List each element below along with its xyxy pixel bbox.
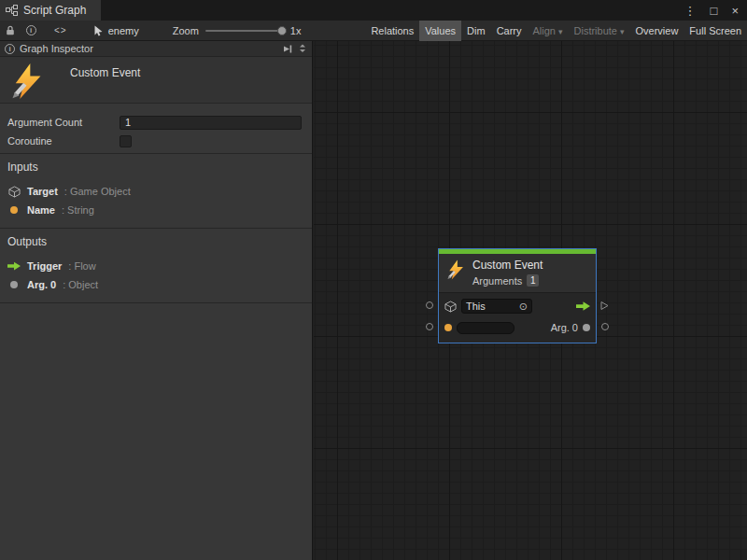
port-row-trigger: Trigger : Flow	[7, 257, 304, 275]
script-graph-window: Script Graph ⋮ □ × i <> enemy Zoom	[0, 0, 747, 560]
chevron-down-icon: ▾	[620, 27, 625, 36]
code-view-button[interactable]: <>	[54, 25, 67, 35]
info-icon: i	[5, 44, 15, 54]
port-name: Target	[27, 186, 58, 197]
unit-fields: Argument Count Coroutine	[0, 104, 312, 153]
zoom-value: 1x	[290, 25, 302, 36]
close-icon[interactable]: ×	[731, 4, 739, 18]
cube-icon	[8, 186, 21, 198]
object-port-icon	[583, 324, 590, 331]
custom-event-node[interactable]: Custom Event Arguments 1 This ⊙	[439, 249, 596, 343]
separator	[0, 302, 312, 303]
argument-count-label: Argument Count	[7, 117, 120, 128]
zoom-slider-knob[interactable]	[277, 26, 287, 35]
unit-title: Custom Event	[70, 66, 140, 79]
port-name: Name	[27, 204, 55, 216]
inputs-section: Inputs Target : Game Object Name : Strin…	[0, 154, 312, 228]
maximize-icon[interactable]: □	[711, 4, 718, 18]
inspector-toggle-button[interactable]: i	[21, 25, 41, 35]
titlebar: Script Graph ⋮ □ ×	[0, 0, 747, 21]
port-type: : String	[62, 204, 94, 216]
coroutine-label: Coroutine	[7, 135, 120, 147]
node-row-target: This ⊙	[444, 298, 590, 315]
port-type: : Flow	[68, 260, 95, 272]
overview-button[interactable]: Overview	[630, 21, 684, 41]
graph-name: enemy	[108, 25, 139, 36]
inspector-title: Graph Inspector	[20, 43, 93, 54]
string-port-icon	[444, 324, 452, 331]
node-row-name: Arg. 0	[444, 319, 590, 336]
tab-script-graph[interactable]: Script Graph	[0, 0, 101, 21]
name-input-port[interactable]	[426, 323, 433, 330]
unit-header: Custom Event	[0, 57, 312, 104]
values-button[interactable]: Values	[419, 21, 461, 41]
distribute-label: Distribute	[574, 25, 617, 36]
dim-button[interactable]: Dim	[461, 21, 491, 41]
node-body: This ⊙ Arg. 0	[439, 292, 596, 343]
zoom-control: Zoom 1x	[173, 25, 302, 36]
trigger-output-port[interactable]	[600, 301, 609, 311]
lock-button[interactable]	[0, 25, 21, 35]
node-title: Custom Event	[472, 259, 543, 272]
outputs-title: Outputs	[7, 235, 304, 248]
event-name-input[interactable]	[457, 322, 514, 334]
target-dropdown[interactable]: This ⊙	[461, 299, 532, 314]
target-value: This	[466, 301, 486, 312]
lock-icon	[6, 25, 15, 35]
full-screen-button[interactable]: Full Screen	[684, 21, 747, 41]
script-graph-icon	[6, 5, 18, 16]
flow-arrow-icon	[576, 301, 590, 311]
arg0-label: Arg. 0	[551, 322, 578, 333]
menu-icon[interactable]: ⋮	[684, 4, 697, 18]
outputs-section: Outputs Trigger : Flow Arg. 0 : Object	[0, 229, 312, 302]
arguments-label: Arguments	[472, 275, 522, 287]
distribute-button[interactable]: Distribute▾	[569, 21, 630, 41]
node-header[interactable]: Custom Event Arguments 1	[439, 254, 596, 292]
string-port-icon	[10, 206, 18, 214]
graph-canvas[interactable]: Custom Event Arguments 1 This ⊙	[314, 41, 747, 560]
zoom-slider[interactable]	[205, 30, 284, 32]
align-label: Align	[533, 25, 556, 36]
toolbar-buttons: Relations Values Dim Carry Align▾ Distri…	[365, 21, 747, 40]
port-row-name: Name : String	[7, 201, 304, 219]
scroll-stepper-icon[interactable]	[298, 43, 307, 54]
inspector-header: i Graph Inspector	[0, 41, 312, 57]
window-controls: ⋮ □ ×	[684, 4, 747, 18]
cube-icon	[444, 301, 457, 313]
info-icon: i	[26, 25, 36, 35]
arguments-count-field[interactable]: 1	[527, 274, 539, 287]
graph-breadcrumb[interactable]: enemy	[93, 25, 139, 36]
target-input-port[interactable]	[426, 301, 433, 309]
port-row-target: Target : Game Object	[7, 182, 304, 201]
port-name: Arg. 0	[27, 279, 56, 290]
port-name: Trigger	[27, 260, 62, 272]
flow-arrow-icon	[7, 261, 21, 271]
arg0-output-port[interactable]	[601, 323, 609, 330]
carry-button[interactable]: Carry	[491, 21, 528, 41]
custom-event-icon	[8, 63, 46, 100]
argument-count-input[interactable]	[120, 116, 302, 130]
graph-pointer-icon	[93, 25, 104, 36]
tab-title: Script Graph	[23, 4, 86, 17]
chevron-down-icon: ▾	[558, 27, 563, 36]
zoom-label: Zoom	[173, 25, 199, 36]
object-port-icon	[10, 281, 18, 288]
port-type: : Object	[63, 279, 98, 290]
graph-inspector-panel: i Graph Inspector	[0, 41, 313, 560]
port-type: : Game Object	[64, 186, 131, 197]
custom-event-icon	[445, 259, 466, 281]
inputs-title: Inputs	[7, 161, 304, 174]
align-button[interactable]: Align▾	[528, 21, 569, 41]
dock-panel-icon[interactable]	[282, 44, 292, 54]
graph-toolbar: i <> enemy Zoom 1x Relations Values Dim …	[0, 21, 747, 41]
relations-button[interactable]: Relations	[365, 21, 419, 41]
port-row-arg0: Arg. 0 : Object	[7, 275, 304, 294]
object-picker-icon[interactable]: ⊙	[519, 301, 528, 313]
coroutine-checkbox[interactable]	[120, 135, 132, 147]
